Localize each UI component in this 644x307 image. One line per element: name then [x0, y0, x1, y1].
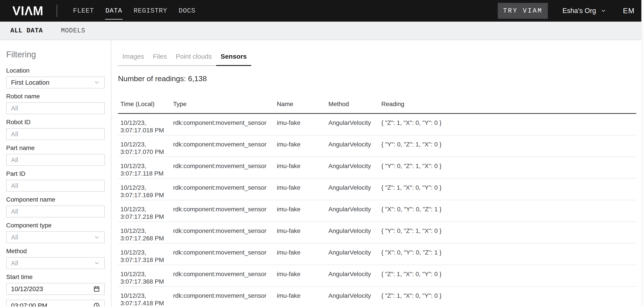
nav-item-docs[interactable]: DOCS	[179, 5, 196, 17]
filtering-sidebar: Filtering Location First Location Robot …	[0, 40, 112, 306]
table-row[interactable]: 10/12/23,3:07:17.368 PM rdk:component:mo…	[118, 265, 636, 287]
tab-sensors[interactable]: Sensors	[216, 53, 251, 66]
chevron-down-icon	[596, 8, 606, 14]
table-row[interactable]: 10/12/23,3:07:17.018 PM rdk:component:mo…	[118, 114, 636, 136]
cell-name: imu-fake	[277, 292, 328, 306]
nav-item-data[interactable]: DATA	[106, 5, 122, 17]
cell-name: imu-fake	[277, 184, 328, 200]
table-row[interactable]: 10/12/23,3:07:17.268 PM rdk:component:mo…	[118, 222, 636, 244]
col-header-reading: Reading	[381, 100, 636, 108]
cell-reading: { "Y": 0, "Z": 1, "X": 0 }	[381, 227, 636, 243]
cell-time: 10/12/23,3:07:17.368 PM	[118, 270, 173, 286]
component-type-label: Component type	[6, 222, 105, 228]
tab-files[interactable]: Files	[148, 53, 171, 65]
robot-name-label: Robot name	[6, 93, 105, 100]
chevron-down-icon	[94, 80, 100, 86]
readings-count: 6,138	[188, 74, 207, 83]
component-name-input[interactable]	[6, 206, 105, 218]
start-time-label: Start time	[6, 274, 105, 280]
cell-type: rdk:component:movement_sensor	[173, 270, 277, 286]
cell-type: rdk:component:movement_sensor	[173, 249, 277, 265]
tab-point-clouds[interactable]: Point clouds	[171, 53, 216, 65]
cell-method: AngularVelocity	[328, 141, 381, 156]
nav-item-fleet[interactable]: FLEET	[73, 5, 94, 17]
cell-method: AngularVelocity	[328, 162, 381, 178]
field-method: Method All	[6, 248, 105, 269]
robot-id-label: Robot ID	[6, 119, 105, 125]
field-location: Location First Location	[6, 68, 105, 88]
chevron-down-icon	[94, 260, 100, 266]
org-switcher[interactable]: Esha's Org	[562, 7, 606, 15]
cell-time: 10/12/23,3:07:17.418 PM	[118, 292, 173, 306]
nav-right-group: TRY VIAM Esha's Org EM	[498, 3, 635, 19]
data-type-tabs: Images Files Point clouds Sensors	[118, 53, 251, 66]
method-select[interactable]: All	[6, 257, 105, 269]
cell-name: imu-fake	[277, 227, 328, 243]
cell-reading: { "Y": 0, "Z": 1, "X": 0 }	[381, 141, 636, 156]
part-id-label: Part ID	[6, 171, 105, 177]
cell-name: imu-fake	[277, 119, 328, 135]
cell-method: AngularVelocity	[328, 249, 381, 265]
cell-reading: { "X": 0, "Y": 0, "Z": 1 }	[381, 249, 636, 265]
cell-type: rdk:component:movement_sensor	[173, 227, 277, 243]
location-select-value: First Location	[11, 79, 50, 86]
table-row[interactable]: 10/12/23,3:07:17.318 PM rdk:component:mo…	[118, 244, 636, 265]
field-component-type: Component type All	[6, 222, 105, 243]
cell-type: rdk:component:movement_sensor	[173, 184, 277, 200]
cell-time: 10/12/23,3:07:17.070 PM	[118, 141, 173, 156]
field-start-time: Start time 10/12/2023 03:07:00 PM	[6, 274, 105, 306]
subnav-item-models[interactable]: MODELS	[61, 27, 85, 34]
table-row[interactable]: 10/12/23,3:07:17.218 PM rdk:component:mo…	[118, 200, 636, 222]
top-nav: VIΛM FLEET DATA REGISTRY DOCS TRY VIAM E…	[0, 0, 644, 22]
cell-time: 10/12/23,3:07:17.018 PM	[118, 119, 173, 135]
robot-id-input[interactable]	[6, 128, 105, 140]
viam-logo[interactable]: VIΛM	[12, 4, 44, 18]
col-header-name: Name	[277, 100, 328, 108]
component-type-select[interactable]: All	[6, 231, 105, 243]
cell-method: AngularVelocity	[328, 119, 381, 135]
subnav-item-all-data[interactable]: ALL DATA	[10, 27, 43, 34]
location-label: Location	[6, 68, 105, 74]
field-part-id: Part ID	[6, 171, 105, 192]
cell-reading: { "Z": 1, "X": 0, "Y": 0 }	[381, 119, 636, 135]
cell-time: 10/12/23,3:07:17.318 PM	[118, 249, 173, 265]
vertical-scrollbar[interactable]	[641, 0, 644, 307]
col-header-type: Type	[173, 100, 277, 108]
nav-item-registry[interactable]: REGISTRY	[134, 5, 167, 17]
cell-name: imu-fake	[277, 270, 328, 286]
cell-method: AngularVelocity	[328, 227, 381, 243]
start-date-input[interactable]: 10/12/2023	[6, 283, 105, 295]
part-name-label: Part name	[6, 145, 105, 151]
clock-icon[interactable]	[93, 302, 100, 306]
col-header-time: Time (Local)	[118, 100, 173, 108]
part-id-input[interactable]	[6, 180, 105, 192]
primary-nav-links: FLEET DATA REGISTRY DOCS	[73, 5, 196, 17]
user-avatar-initials[interactable]: EM	[623, 6, 635, 15]
main-panel: Images Files Point clouds Sensors Number…	[112, 40, 644, 306]
field-part-name: Part name	[6, 145, 105, 166]
try-viam-button[interactable]: TRY VIAM	[498, 3, 548, 19]
cell-type: rdk:component:movement_sensor	[173, 206, 277, 222]
table-row[interactable]: 10/12/23,3:07:17.169 PM rdk:component:mo…	[118, 179, 636, 200]
table-row[interactable]: 10/12/23,3:07:17.118 PM rdk:component:mo…	[118, 157, 636, 179]
part-name-input[interactable]	[6, 154, 105, 166]
cell-time: 10/12/23,3:07:17.169 PM	[118, 184, 173, 200]
field-robot-name: Robot name	[6, 93, 105, 114]
nav-divider	[57, 5, 57, 17]
cell-method: AngularVelocity	[328, 184, 381, 200]
tab-images[interactable]: Images	[118, 53, 148, 65]
cell-name: imu-fake	[277, 249, 328, 265]
table-row[interactable]: 10/12/23,3:07:17.418 PM rdk:component:mo…	[118, 287, 636, 306]
cell-time: 10/12/23,3:07:17.118 PM	[118, 162, 173, 178]
cell-reading: { "Z": 1, "X": 0, "Y": 0 }	[381, 184, 636, 200]
chevron-down-icon	[94, 234, 100, 240]
start-clock-input[interactable]: 03:07:00 PM	[6, 300, 105, 306]
robot-name-input[interactable]	[6, 102, 105, 114]
table-row[interactable]: 10/12/23,3:07:17.070 PM rdk:component:mo…	[118, 136, 636, 157]
cell-type: rdk:component:movement_sensor	[173, 292, 277, 306]
calendar-icon[interactable]	[93, 286, 100, 292]
location-select[interactable]: First Location	[6, 76, 105, 88]
component-type-select-value: All	[11, 234, 18, 241]
cell-reading: { "Z": 1, "X": 0, "Y": 0 }	[381, 292, 636, 306]
cell-time: 10/12/23,3:07:17.218 PM	[118, 206, 173, 222]
